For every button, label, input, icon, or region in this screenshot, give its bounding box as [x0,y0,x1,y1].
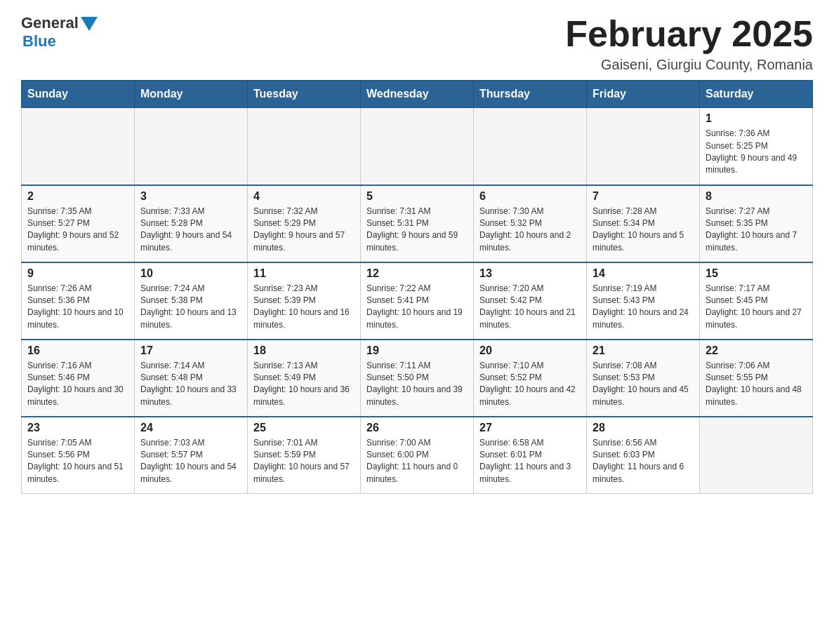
calendar-cell: 12Sunrise: 7:22 AMSunset: 5:41 PMDayligh… [361,262,474,340]
day-number: 20 [479,344,581,357]
day-info: Sunrise: 7:11 AMSunset: 5:50 PMDaylight:… [366,360,468,409]
header-sunday: Sunday [22,81,135,108]
day-info: Sunrise: 7:26 AMSunset: 5:36 PMDaylight:… [27,283,128,332]
calendar-cell: 7Sunrise: 7:28 AMSunset: 5:34 PMDaylight… [587,185,700,262]
day-number: 26 [366,422,468,434]
calendar-cell: 11Sunrise: 7:23 AMSunset: 5:39 PMDayligh… [248,262,361,340]
calendar-cell: 20Sunrise: 7:10 AMSunset: 5:52 PMDayligh… [474,340,587,417]
day-number: 4 [253,190,355,203]
logo-general-text: General [21,14,79,32]
calendar-table: SundayMondayTuesdayWednesdayThursdayFrid… [21,80,813,494]
day-number: 9 [27,267,128,280]
day-number: 12 [366,267,468,280]
day-info: Sunrise: 7:06 AMSunset: 5:55 PMDaylight:… [706,360,807,409]
day-number: 25 [253,422,355,434]
day-number: 23 [27,422,128,434]
calendar-cell [135,108,248,185]
calendar-cell [587,108,700,185]
day-info: Sunrise: 7:22 AMSunset: 5:41 PMDaylight:… [366,283,468,332]
week-row-3: 16Sunrise: 7:16 AMSunset: 5:46 PMDayligh… [22,340,813,417]
calendar-cell: 6Sunrise: 7:30 AMSunset: 5:32 PMDaylight… [474,185,587,262]
calendar-cell: 27Sunrise: 6:58 AMSunset: 6:01 PMDayligh… [474,417,587,494]
day-number: 13 [479,267,581,280]
day-info: Sunrise: 6:58 AMSunset: 6:01 PMDaylight:… [479,437,581,486]
day-info: Sunrise: 7:27 AMSunset: 5:35 PMDaylight:… [706,206,807,255]
logo: General Blue [21,14,98,51]
day-info: Sunrise: 7:00 AMSunset: 6:00 PMDaylight:… [366,437,468,486]
logo-triangle-icon [81,17,98,31]
day-number: 21 [593,344,694,357]
calendar-cell: 16Sunrise: 7:16 AMSunset: 5:46 PMDayligh… [22,340,135,417]
day-info: Sunrise: 7:32 AMSunset: 5:29 PMDaylight:… [253,206,355,255]
header-thursday: Thursday [474,81,587,108]
day-info: Sunrise: 7:33 AMSunset: 5:28 PMDaylight:… [140,206,241,255]
calendar-cell: 23Sunrise: 7:05 AMSunset: 5:56 PMDayligh… [22,417,135,494]
day-number: 11 [253,267,355,280]
day-info: Sunrise: 7:03 AMSunset: 5:57 PMDaylight:… [140,437,241,486]
day-info: Sunrise: 7:28 AMSunset: 5:34 PMDaylight:… [593,206,694,255]
header-monday: Monday [135,81,248,108]
week-row-0: 1Sunrise: 7:36 AMSunset: 5:25 PMDaylight… [22,108,813,185]
day-number: 7 [593,190,694,203]
calendar-cell: 26Sunrise: 7:00 AMSunset: 6:00 PMDayligh… [361,417,474,494]
day-info: Sunrise: 7:35 AMSunset: 5:27 PMDaylight:… [27,206,128,255]
calendar-cell: 5Sunrise: 7:31 AMSunset: 5:31 PMDaylight… [361,185,474,262]
calendar-cell: 19Sunrise: 7:11 AMSunset: 5:50 PMDayligh… [361,340,474,417]
day-info: Sunrise: 7:01 AMSunset: 5:59 PMDaylight:… [253,437,355,486]
day-number: 1 [706,112,807,125]
day-info: Sunrise: 7:36 AMSunset: 5:25 PMDaylight:… [706,128,807,177]
day-number: 16 [27,344,128,357]
day-number: 17 [140,344,241,357]
calendar-cell: 18Sunrise: 7:13 AMSunset: 5:49 PMDayligh… [248,340,361,417]
calendar-cell [474,108,587,185]
day-number: 6 [479,190,581,203]
logo-blue-text: Blue [22,32,56,51]
calendar-cell: 8Sunrise: 7:27 AMSunset: 5:35 PMDaylight… [700,185,813,262]
header-friday: Friday [587,81,700,108]
calendar-cell: 22Sunrise: 7:06 AMSunset: 5:55 PMDayligh… [700,340,813,417]
day-info: Sunrise: 7:17 AMSunset: 5:45 PMDaylight:… [706,283,807,332]
calendar-cell: 2Sunrise: 7:35 AMSunset: 5:27 PMDaylight… [22,185,135,262]
day-info: Sunrise: 7:08 AMSunset: 5:53 PMDaylight:… [593,360,694,409]
calendar-cell: 15Sunrise: 7:17 AMSunset: 5:45 PMDayligh… [700,262,813,340]
calendar-cell: 10Sunrise: 7:24 AMSunset: 5:38 PMDayligh… [135,262,248,340]
day-info: Sunrise: 7:14 AMSunset: 5:48 PMDaylight:… [140,360,241,409]
calendar-cell: 25Sunrise: 7:01 AMSunset: 5:59 PMDayligh… [248,417,361,494]
day-number: 14 [593,267,694,280]
header-saturday: Saturday [700,81,813,108]
day-number: 2 [27,190,128,203]
day-info: Sunrise: 7:10 AMSunset: 5:52 PMDaylight:… [479,360,581,409]
day-info: Sunrise: 6:56 AMSunset: 6:03 PMDaylight:… [593,437,694,486]
calendar-cell: 9Sunrise: 7:26 AMSunset: 5:36 PMDaylight… [22,262,135,340]
week-row-2: 9Sunrise: 7:26 AMSunset: 5:36 PMDaylight… [22,262,813,340]
day-info: Sunrise: 7:24 AMSunset: 5:38 PMDaylight:… [140,283,241,332]
day-info: Sunrise: 7:30 AMSunset: 5:32 PMDaylight:… [479,206,581,255]
day-number: 27 [479,422,581,434]
header-wednesday: Wednesday [361,81,474,108]
calendar-title: February 2025 [565,14,813,54]
calendar-cell [248,108,361,185]
day-number: 22 [706,344,807,357]
day-info: Sunrise: 7:19 AMSunset: 5:43 PMDaylight:… [593,283,694,332]
calendar-cell [22,108,135,185]
header-tuesday: Tuesday [248,81,361,108]
week-row-1: 2Sunrise: 7:35 AMSunset: 5:27 PMDaylight… [22,185,813,262]
day-number: 28 [593,422,694,434]
page-header: General Blue February 2025 Gaiseni, Giur… [21,14,813,73]
day-number: 8 [706,190,807,203]
day-info: Sunrise: 7:31 AMSunset: 5:31 PMDaylight:… [366,206,468,255]
calendar-cell [700,417,813,494]
week-row-4: 23Sunrise: 7:05 AMSunset: 5:56 PMDayligh… [22,417,813,494]
title-section: February 2025 Gaiseni, Giurgiu County, R… [565,14,813,73]
calendar-cell: 17Sunrise: 7:14 AMSunset: 5:48 PMDayligh… [135,340,248,417]
calendar-cell: 21Sunrise: 7:08 AMSunset: 5:53 PMDayligh… [587,340,700,417]
calendar-cell: 24Sunrise: 7:03 AMSunset: 5:57 PMDayligh… [135,417,248,494]
calendar-cell [361,108,474,185]
calendar-cell: 4Sunrise: 7:32 AMSunset: 5:29 PMDaylight… [248,185,361,262]
calendar-cell: 1Sunrise: 7:36 AMSunset: 5:25 PMDaylight… [700,108,813,185]
day-number: 10 [140,267,241,280]
day-info: Sunrise: 7:16 AMSunset: 5:46 PMDaylight:… [27,360,128,409]
day-info: Sunrise: 7:13 AMSunset: 5:49 PMDaylight:… [253,360,355,409]
day-info: Sunrise: 7:20 AMSunset: 5:42 PMDaylight:… [479,283,581,332]
day-number: 18 [253,344,355,357]
